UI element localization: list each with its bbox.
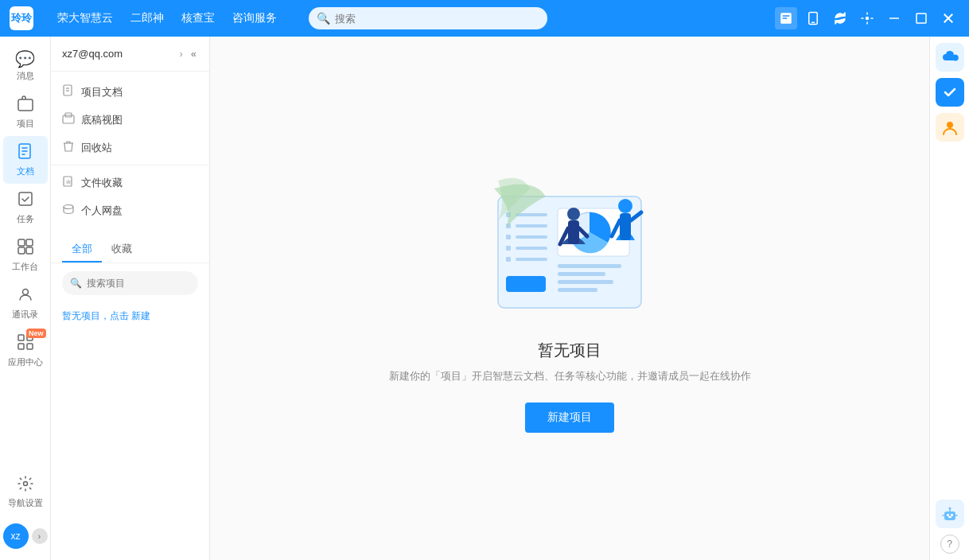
panel-collapse-icon[interactable]: « — [189, 46, 198, 61]
sidebar-label-message: 消息 — [17, 70, 34, 82]
svg-rect-43 — [506, 235, 511, 239]
svg-point-56 — [567, 208, 580, 220]
svg-rect-45 — [506, 246, 511, 251]
user-avatar[interactable]: xz — [3, 523, 29, 549]
maximize-button[interactable] — [910, 7, 932, 29]
svg-rect-10 — [889, 18, 899, 19]
new-badge: New — [26, 329, 46, 338]
right-icon-check[interactable] — [936, 78, 964, 107]
wireframe-icon — [62, 112, 75, 127]
topbar-icon-note[interactable] — [775, 7, 797, 29]
tab-all[interactable]: 全部 — [62, 237, 102, 262]
topbar-icon-sync[interactable] — [829, 7, 851, 29]
navsettings-icon — [18, 476, 33, 496]
right-help-button[interactable]: ? — [940, 535, 959, 554]
sidebar-item-appcenter[interactable]: New 应用中心 — [3, 327, 48, 375]
svg-rect-19 — [19, 192, 32, 205]
svg-rect-1 — [783, 15, 790, 17]
sidebar-item-doc[interactable]: 文档 — [3, 136, 48, 184]
svg-rect-21 — [26, 239, 33, 246]
panel-arrow-icon[interactable]: › — [177, 46, 184, 61]
project-doc-icon — [62, 84, 75, 99]
sidebar-item-contacts[interactable]: 通讯录 — [3, 279, 48, 327]
empty-illustration — [450, 165, 689, 324]
topbar-search-box: 🔍 — [309, 7, 547, 29]
sidebar-label-appcenter: 应用中心 — [8, 356, 43, 368]
sidebar-item-workbench[interactable]: 工作台 — [3, 231, 48, 279]
menu-item-project-doc[interactable]: 项目文档 — [51, 78, 209, 106]
menu-label-file-fav: 文件收藏 — [81, 176, 123, 190]
topbar-icon-network[interactable] — [856, 7, 878, 29]
svg-rect-61 — [620, 213, 631, 240]
svg-rect-48 — [516, 258, 547, 261]
menu-label-project-doc: 项目文档 — [81, 85, 123, 99]
svg-rect-53 — [558, 272, 605, 276]
svg-rect-4 — [811, 22, 815, 24]
sidebar-label-project: 项目 — [17, 118, 34, 130]
sidebar-label-doc: 文档 — [17, 165, 34, 177]
nav-hechab[interactable]: 核查宝 — [173, 6, 223, 30]
sidebar-label-navsettings: 导航设置 — [8, 497, 43, 509]
new-project-button[interactable]: 新建项目 — [525, 402, 614, 433]
sidebar-label-contacts: 通讯录 — [12, 309, 38, 321]
menu-label-personal-disk: 个人网盘 — [81, 204, 123, 218]
svg-point-70 — [948, 508, 951, 510]
sidebar-item-task[interactable]: 任务 — [3, 184, 48, 231]
menu-label-wireframe: 底稿视图 — [81, 113, 123, 127]
menu-item-wireframe[interactable]: 底稿视图 — [51, 106, 209, 134]
nav-smartcloud[interactable]: 荣大智慧云 — [49, 6, 121, 30]
nav-erlang[interactable]: 二郎神 — [123, 6, 172, 30]
svg-rect-27 — [18, 344, 24, 349]
search-input[interactable] — [335, 13, 539, 25]
menu-item-recycle[interactable]: 回收站 — [51, 134, 209, 161]
avatar-expand-button[interactable]: › — [32, 528, 48, 544]
right-icon-user[interactable] — [936, 113, 964, 142]
svg-rect-47 — [506, 257, 511, 262]
svg-rect-25 — [18, 335, 24, 340]
panel-tabs: 全部 收藏 — [51, 231, 209, 263]
panel-search-icon: 🔍 — [70, 278, 82, 289]
panel-header-actions: › « — [177, 46, 198, 61]
panel-header: xz7@qq.com › « — [51, 37, 209, 72]
svg-marker-36 — [65, 179, 72, 185]
sidebar-item-project[interactable]: 项目 — [3, 88, 48, 136]
svg-rect-49 — [506, 276, 546, 292]
sidebar-item-navsettings[interactable]: 导航设置 — [3, 469, 48, 515]
project-icon — [17, 95, 34, 116]
right-icon-cloud[interactable] — [936, 43, 964, 72]
topbar: 玲玲 荣大智慧云 二郎神 核查宝 咨询服务 🔍 — [0, 0, 969, 37]
contacts-icon — [17, 286, 34, 307]
right-icon-robot[interactable] — [936, 500, 964, 528]
main-content: 暂无项目 新建你的「项目」开启智慧云文档、任务等核心功能，并邀请成员一起在线协作… — [210, 37, 929, 560]
panel-search-input[interactable] — [87, 278, 190, 289]
empty-title: 暂无项目 — [538, 340, 601, 361]
workbench-icon — [17, 238, 34, 259]
topbar-nav: 荣大智慧云 二郎神 核查宝 咨询服务 — [49, 6, 285, 30]
svg-rect-42 — [516, 224, 547, 228]
topbar-right-actions — [775, 7, 959, 29]
sidebar-item-message[interactable]: 💬 消息 — [3, 43, 48, 88]
topbar-icon-phone[interactable] — [802, 7, 824, 29]
right-panel-bottom: ? — [936, 500, 964, 554]
panel-user-email: xz7@qq.com — [62, 48, 123, 60]
menu-label-recycle: 回收站 — [81, 141, 112, 155]
nav-consult[interactable]: 咨询服务 — [224, 6, 285, 30]
svg-point-60 — [618, 199, 632, 213]
svg-point-5 — [866, 18, 869, 20]
close-button[interactable] — [937, 7, 959, 29]
menu-item-personal-disk[interactable]: 个人网盘 — [51, 196, 209, 224]
file-fav-icon — [62, 175, 75, 190]
panel-search-box: 🔍 — [62, 271, 198, 295]
svg-rect-11 — [916, 14, 926, 23]
svg-rect-68 — [948, 516, 951, 518]
app-logo[interactable]: 玲玲 — [10, 6, 33, 30]
menu-item-file-fav[interactable]: 文件收藏 — [51, 169, 209, 196]
svg-rect-57 — [568, 220, 579, 244]
tab-fav[interactable]: 收藏 — [102, 237, 142, 262]
doc-icon — [17, 142, 34, 164]
panel-new-link[interactable]: 新建 — [131, 310, 150, 321]
svg-rect-52 — [558, 264, 621, 268]
recycle-icon — [62, 140, 75, 155]
minimize-button[interactable] — [883, 7, 905, 29]
svg-rect-67 — [951, 514, 953, 516]
